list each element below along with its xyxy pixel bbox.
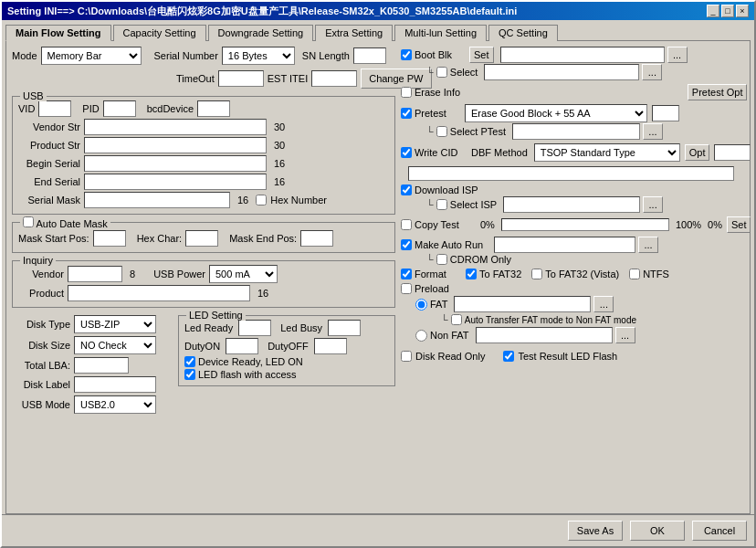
make-auto-run-input[interactable]: downs XP SP3 电脑城DVD纯净克隆版.iso [494, 237, 635, 253]
mask-end-input[interactable]: 10 [300, 230, 333, 247]
preload-row: Preload [401, 283, 751, 294]
select-isp-dots[interactable]: ... [643, 196, 663, 213]
est-itei-input[interactable] [311, 70, 357, 87]
format-checkbox[interactable] [401, 269, 412, 279]
auto-transfer-checkbox[interactable] [451, 314, 462, 325]
write-cid-input[interactable] [714, 144, 751, 161]
disk-type-select[interactable]: USB-ZIP [74, 315, 156, 333]
product-input[interactable]: USB DISK [68, 285, 250, 301]
fat-dots[interactable]: ... [593, 296, 614, 312]
select-isp-input[interactable] [503, 196, 640, 213]
ok-button[interactable]: OK [630, 521, 685, 541]
serial-number-select[interactable]: 16 Bytes [222, 47, 295, 65]
tab-main-flow[interactable]: Main Flow Setting [5, 25, 111, 41]
maximize-button[interactable]: □ [721, 5, 734, 17]
usb-power-select[interactable]: 500 mA [209, 265, 278, 283]
vid-input[interactable]: 090C [38, 100, 71, 117]
mode-select[interactable]: Memory Bar [41, 47, 142, 65]
ntfs-checkbox[interactable] [629, 269, 640, 279]
inquiry-group: Inquiry Vendor SMI 8 USB Power 500 mA Pr… [12, 260, 395, 308]
total-lba-input[interactable]: 0 [74, 357, 129, 374]
cdrom-only-checkbox[interactable] [436, 254, 447, 265]
pretest-select[interactable]: Erase Good Block + 55 AA [465, 104, 647, 122]
dbf-select[interactable]: TSOP Standard Type [534, 143, 680, 162]
save-as-button[interactable]: Save As [568, 521, 623, 541]
select-isp-checkbox[interactable] [436, 199, 447, 210]
tab-multi-lun[interactable]: Multi-lun Setting [394, 25, 487, 41]
boot-select-checkbox[interactable] [436, 67, 447, 78]
led-ready-label: Led Ready [184, 322, 233, 333]
write-cid-text[interactable] [408, 166, 734, 181]
led-ready-input[interactable]: 3 [238, 320, 271, 336]
serial-mask-input[interactable]: AA############ [84, 192, 230, 208]
select-ptest-dots[interactable]: ... [643, 123, 663, 140]
set-button[interactable]: Set [469, 47, 494, 63]
fat-radio[interactable] [415, 299, 427, 311]
disk-label-input[interactable]: USB DISK [74, 376, 156, 393]
opt-button[interactable]: Opt [685, 144, 710, 161]
hex-number-checkbox[interactable] [256, 195, 267, 206]
bcd-input[interactable]: 1100 [197, 100, 230, 117]
boot-blk-section: Boot Blk Set ... └ Select ... [401, 47, 751, 80]
select-ptest-checkbox[interactable] [436, 126, 447, 137]
fat-input[interactable] [454, 296, 591, 312]
pretest-section: Pretest Erase Good Block + 55 AA └ Selec… [401, 104, 751, 140]
write-cid-checkbox[interactable] [401, 147, 412, 158]
auto-date-mask-group: Auto Date Mask Mask Start Pos: 3 Hex Cha… [12, 222, 395, 253]
mask-start-input[interactable]: 3 [93, 230, 126, 247]
non-fat-row: Non FAT ... [415, 327, 751, 343]
disk-read-only-checkbox[interactable] [401, 351, 412, 362]
pid-input[interactable]: 1000 [103, 100, 136, 117]
duty-on-input[interactable]: 0 [226, 338, 258, 354]
preload-checkbox[interactable] [401, 283, 412, 294]
auto-date-mask-checkbox[interactable] [23, 216, 34, 227]
non-fat-dots[interactable]: ... [615, 327, 635, 343]
boot-select-dots[interactable]: ... [642, 64, 662, 80]
timeout-input[interactable]: 10000 [218, 70, 264, 87]
end-serial-input[interactable]: AA04012799999999 [84, 174, 267, 190]
device-ready-checkbox[interactable] [184, 356, 195, 367]
erase-info-checkbox[interactable] [401, 87, 412, 98]
boot-select-input[interactable] [484, 64, 639, 80]
non-fat-radio[interactable] [415, 330, 427, 342]
boot-blk-input[interactable] [500, 47, 665, 63]
make-auto-run-dots[interactable]: ... [638, 237, 658, 253]
minimize-button[interactable]: _ [707, 5, 719, 17]
product-str-input[interactable]: USB DISK [84, 137, 267, 153]
to-fat32-vista-label: To FAT32 (Vista) [545, 269, 619, 279]
test-result-led-checkbox[interactable] [503, 351, 514, 362]
tab-downgrade[interactable]: Downgrade Setting [208, 25, 314, 41]
led-flash-checkbox[interactable] [184, 369, 195, 380]
vendor-input[interactable]: SMI [68, 266, 122, 282]
usb-group: USB VID 090C PID 1000 bcdDevice 1100 Ven… [12, 96, 395, 215]
vendor-str-input[interactable]: SMI Corporation [84, 119, 267, 135]
copy-test-set-button[interactable]: Set [727, 216, 751, 233]
pretest-extra[interactable] [652, 105, 679, 121]
non-fat-input[interactable] [476, 327, 613, 343]
led-busy-input[interactable]: 48 [328, 320, 361, 336]
to-fat32-vista-checkbox[interactable] [531, 269, 542, 279]
hex-char-input[interactable] [185, 230, 218, 247]
tab-qc[interactable]: QC Setting [488, 25, 558, 41]
boot-blk-dots[interactable]: ... [667, 47, 688, 63]
disk-size-select[interactable]: NO Check [74, 336, 156, 354]
copy-test-label: Copy Test [415, 219, 474, 230]
boot-blk-checkbox[interactable] [401, 49, 412, 60]
close-button[interactable]: × [736, 5, 749, 17]
pretest-opt-button[interactable]: Pretest Opt [688, 84, 748, 100]
begin-serial-input[interactable]: AA000000000006383 [84, 155, 267, 172]
sn-length-input[interactable]: 16 [353, 47, 386, 64]
download-isp-checkbox[interactable] [401, 184, 412, 195]
to-fat32-checkbox[interactable] [466, 269, 477, 279]
inquiry-vendor-label: Vendor [18, 269, 64, 279]
usb-mode-select[interactable]: USB2.0 [74, 395, 156, 414]
product-str-num: 30 [274, 140, 285, 151]
cancel-button[interactable]: Cancel [692, 521, 747, 541]
tab-capacity[interactable]: Capacity Setting [113, 25, 206, 41]
duty-off-input[interactable]: 0 [314, 338, 347, 354]
make-auto-run-checkbox[interactable] [401, 239, 412, 250]
pretest-checkbox[interactable] [401, 108, 412, 119]
tab-extra[interactable]: Extra Setting [315, 25, 393, 41]
copy-test-checkbox[interactable] [401, 219, 412, 230]
select-ptest-input[interactable] [512, 123, 640, 140]
